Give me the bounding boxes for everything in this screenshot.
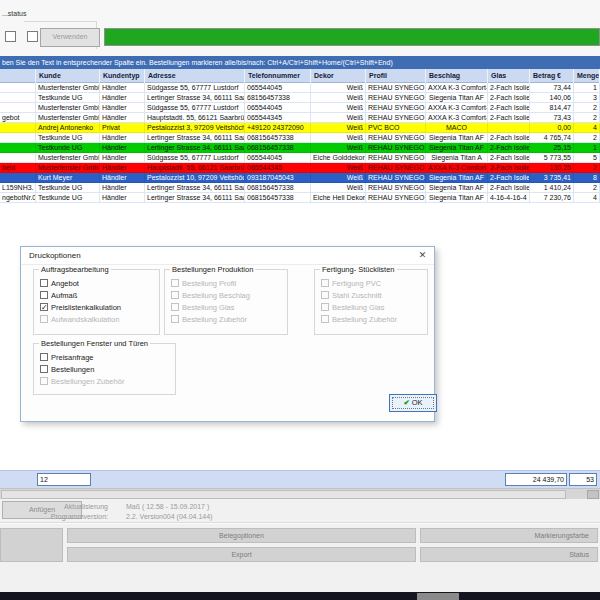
table-row[interactable]: Musterfenster GmbHHändlerSüdgasse 55, 67…	[0, 83, 600, 93]
checkbox-label: Bestellungen	[51, 365, 94, 374]
dialog-titlebar[interactable]: Druckoptionen ✕	[21, 247, 434, 265]
column-header-id[interactable]	[0, 69, 36, 83]
cell-tel: 068156457338	[245, 183, 311, 193]
table-row[interactable]: Kurt MeyerHändlerPestalozzist 10, 97209 …	[0, 173, 600, 183]
cell-glas: 2-Fach Isolie	[488, 93, 530, 103]
cell-dekor: Weiß	[311, 123, 366, 133]
checkbox-checked-icon[interactable]: ✓	[40, 303, 48, 311]
checkbox-label: Bestellung Profil	[182, 279, 236, 288]
cell-adresse: Pestalozzist 3, 97209 Veitshöchheim	[145, 123, 245, 133]
checkbox-item: Fertigung PVC	[321, 278, 381, 288]
status-filter-checkbox-1[interactable]	[5, 31, 16, 42]
column-header-profil[interactable]: Profil	[366, 69, 426, 83]
status-filter-checkbox-2[interactable]	[27, 31, 38, 42]
checkbox-item[interactable]: Aufmaß	[40, 290, 77, 300]
cell-tel: 065544045	[245, 103, 311, 113]
cell-tel: 065544345	[245, 113, 311, 123]
cell-typ: Händler	[100, 163, 145, 173]
export-button[interactable]: Export	[67, 547, 416, 562]
checkbox-label: Bestellung Zubehör	[182, 315, 247, 324]
hint-bar: ben Sie den Text in entsprechender Spalt…	[0, 56, 600, 69]
checkbox-label: Aufwandskalkulation	[51, 315, 119, 324]
footer-blank-button[interactable]	[0, 528, 63, 562]
column-header-betrag[interactable]: Betrag €	[530, 69, 574, 83]
table-row[interactable]: Testkunde UGHändlerLertinger Strasse 34,…	[0, 93, 600, 103]
cell-id: ngebotNr.000	[0, 193, 36, 203]
checkbox-label: Bestellung Zubehör	[332, 315, 397, 324]
table-row[interactable]: Testkunde UGHändlerLertinger Strasse 34,…	[0, 133, 600, 143]
checkbox-item[interactable]: Angebot	[40, 278, 79, 288]
cell-profil: REHAU SYNEGO AD	[366, 103, 426, 113]
cell-profil: REHAU SYNEGO AD	[366, 173, 426, 183]
table-row[interactable]: gebotMusterfenster GmbHHändlerHauptstadt…	[0, 113, 600, 123]
cell-dekor: Weiß	[311, 173, 366, 183]
cell-kunde: Testkunde UG	[36, 193, 100, 203]
group-bestellungen-fenster-tueren: Bestellungen Fenster und TürenPreisanfra…	[33, 343, 176, 395]
checkbox-item: Bestellung Glas	[321, 302, 385, 312]
column-header-adresse[interactable]: Adresse	[145, 69, 245, 83]
checkbox-item[interactable]: Bestellungen	[40, 364, 94, 374]
checkbox-label: Aufmaß	[51, 291, 77, 300]
ok-button[interactable]: ✔OK	[389, 394, 437, 412]
checkbox-icon[interactable]	[40, 291, 48, 299]
cell-profil: REHAU SYNEGO AD	[366, 183, 426, 193]
cell-tel: 093187045043	[245, 173, 311, 183]
close-icon[interactable]: ✕	[416, 249, 429, 262]
cell-typ: Händler	[100, 103, 145, 113]
cell-betrag: 130,25	[530, 163, 574, 173]
ok-focus-rect	[392, 397, 434, 409]
table-row[interactable]: ngebotNr.000Testkunde UGHändlerLertinger…	[0, 193, 600, 203]
cell-id	[0, 83, 36, 93]
verwenden-button[interactable]: Verwenden	[40, 28, 100, 47]
group-caption: Auftragsbearbeitung	[39, 265, 111, 274]
column-header-menge[interactable]: Menge	[574, 69, 600, 83]
cell-beschlag: AXXA K-3 Comfort-line	[426, 113, 488, 123]
status-button[interactable]: Status	[420, 547, 598, 562]
table-row[interactable]: Musterfenster GmbHHändlerSüdgasse 55, 67…	[0, 153, 600, 163]
cell-typ: Händler	[100, 173, 145, 183]
checkbox-icon[interactable]	[40, 353, 48, 361]
column-header-typ[interactable]: Kundentyp	[100, 69, 145, 83]
column-header-beschlag[interactable]: Beschlag	[426, 69, 488, 83]
cell-profil: REHAU SYNEGO AD	[366, 133, 426, 143]
table-row[interactable]: Musterfenster GmbHHändlerSüdgasse 55, 67…	[0, 103, 600, 113]
cell-kunde: Musterfenster GmbH	[36, 153, 100, 163]
checkbox-item: Bestellung Profil	[171, 278, 236, 288]
column-header-dekor[interactable]: Dekor	[311, 69, 366, 83]
cell-tel: 68156457338	[245, 93, 311, 103]
checkbox-icon	[171, 315, 179, 323]
column-header-glas[interactable]: Glas	[488, 69, 530, 83]
cell-adresse: Hauptstadtl. 55, 66121 Saarbrücken	[145, 113, 245, 123]
cell-typ: Privat	[100, 123, 145, 133]
column-header-tel[interactable]: Telefonnummer	[245, 69, 311, 83]
markierungsfarbe-button[interactable]: Markierungsfarbe	[420, 528, 598, 543]
horizontal-scrollbar[interactable]	[0, 488, 600, 499]
belegoptionen-button[interactable]: Belegoptionen	[67, 528, 416, 543]
checkbox-icon	[321, 279, 329, 287]
cell-menge: 5	[574, 153, 600, 163]
checkbox-icon[interactable]	[40, 279, 48, 287]
checkbox-item[interactable]: Preisanfrage	[40, 352, 94, 362]
cell-tel: 068156457338	[245, 143, 311, 153]
filter-input[interactable]: 12	[37, 473, 91, 486]
checkbox-icon[interactable]	[40, 365, 48, 373]
progress-bar	[104, 28, 600, 46]
table-row[interactable]: Testkunde UGHändlerLertinger Strasse 34,…	[0, 143, 600, 153]
taskbar-item[interactable]	[417, 593, 459, 600]
cell-beschlag: Siegenia Titan A	[426, 153, 488, 163]
checkbox-icon	[171, 279, 179, 287]
checkbox-label: Bestellungen Zubehör	[51, 377, 124, 386]
table-row[interactable]: beldMusterfenster GmbHHändlerHauptstadtl…	[0, 163, 600, 173]
scrollbar-thumb[interactable]	[1, 490, 566, 499]
column-header-kunde[interactable]: Kunde	[36, 69, 100, 83]
group-caption: Bestellungen Produktion	[170, 265, 255, 274]
checkbox-label: Preisanfrage	[51, 353, 94, 362]
cell-kunde: Musterfenster GmbH	[36, 83, 100, 93]
cell-adresse: Südgasse 55, 67777 Lustdorf	[145, 153, 245, 163]
table-row[interactable]: Andrej AntonenkoPrivatPestalozzist 3, 97…	[0, 123, 600, 133]
cell-betrag: 73,44	[530, 83, 574, 93]
table-row[interactable]: L159NH3.Testkunde UGHändlerLertinger Str…	[0, 183, 600, 193]
cell-glas: 2-Fach Isolie	[488, 183, 530, 193]
checkbox-item[interactable]: ✓Preislistenkalkulation	[40, 302, 121, 312]
cell-menge: 2	[574, 163, 600, 173]
